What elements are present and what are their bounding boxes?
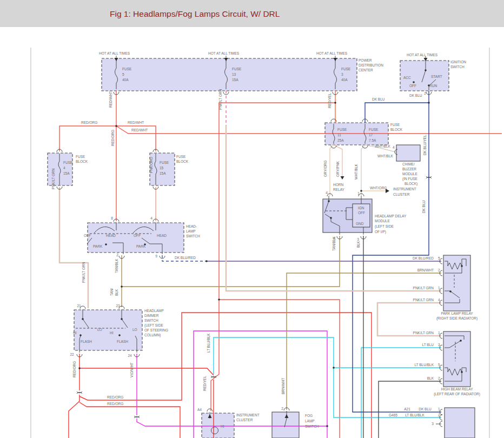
label-gry-pnk: GRY/PNK [336, 161, 340, 177]
label-tan-blk: TAN/BLK [115, 258, 118, 273]
label-distribution: DISTRIBUTION [359, 63, 383, 67]
headlamps-fog-lamps-wiring-diagram: Fig 1: Headlamps/Fog Lamps Circuit, W/ D… [0, 0, 504, 438]
pnk-ltgrn-fuse4-to-dimmer21 [59, 187, 88, 308]
junction-dot [330, 217, 332, 219]
label-switch: SWITCH [450, 65, 465, 69]
label-block: BLOCK [76, 160, 88, 163]
label-switch: SWITCH [144, 318, 158, 322]
label-block: BLOCK [176, 160, 189, 163]
label-40a: 40A [122, 78, 129, 82]
label-red-yel: RED/YEL [203, 376, 207, 391]
label-module: MODULE [375, 219, 390, 223]
direction-arrow-icon [341, 176, 344, 180]
high-beam-relay-box [443, 331, 470, 387]
label-red-yel: RED/YEL [328, 93, 331, 108]
right-bottom-connector-box [445, 408, 475, 438]
label-tan: TAN/ [110, 288, 114, 296]
label-23: 23 [116, 304, 120, 308]
label-ignition: IGNITION [450, 60, 466, 64]
label-dk-blu-red: DK BLU/RED [175, 256, 196, 260]
label-red-wht: RED/WHT [131, 128, 148, 132]
label-hi: HI [73, 331, 77, 335]
label-5: 5 [438, 363, 440, 367]
junction-dot [121, 318, 123, 320]
label-a4: A4 [197, 408, 202, 412]
label-dk-blu-yel: DK BLU/YEL [423, 135, 427, 155]
label-gry-org: GRY/ORG [323, 160, 327, 177]
junction-dot [428, 102, 430, 104]
label-pnk-lt-grn: PNK/LT GRN [413, 331, 434, 335]
label-red-wht: RED/WHT [128, 121, 144, 124]
label-2: 2 [116, 253, 118, 257]
label-vio-wht: VIO/WHT [130, 362, 134, 377]
label-left-rear-of-radiator: (LEFT REAR OF RADIATOR) [434, 392, 480, 396]
label-center: CENTER [359, 68, 373, 72]
label-pnk-lt-grn: PNK/LT GRN [413, 298, 434, 302]
label-wht-org: WHT/ORG [370, 186, 387, 190]
junction-dot [360, 190, 362, 192]
label-fog: FOG [305, 414, 313, 417]
label-chime: CHIME/ [402, 162, 415, 166]
label-lt-blu-blk: LT BLU/BLK [414, 363, 434, 367]
label-red-wht: RED/WHT [109, 91, 112, 108]
label-9: 9 [155, 254, 157, 258]
label-buzzer: BUZZER [402, 167, 416, 171]
label-dk-blu: DK BLU [419, 407, 432, 411]
label-left-side: (LEFT SIDE [144, 323, 164, 328]
label-head: HEAD [157, 234, 167, 237]
label-block: BLOCK) [404, 182, 417, 186]
label-22: 22 [70, 353, 74, 356]
label-in-fuse: (IN FUSE [402, 177, 417, 181]
junction-dot [461, 371, 463, 373]
label-3: 3 [341, 72, 343, 76]
label-13: 13 [232, 72, 236, 76]
label-blk: BLK [427, 376, 434, 380]
junction-dot [413, 81, 415, 83]
label-gnd: GND [356, 222, 364, 225]
label-1: 1 [438, 331, 440, 335]
label-start: START [431, 75, 442, 78]
junction-dot [205, 260, 208, 262]
junction-dot [105, 243, 107, 245]
junction-dot [121, 286, 123, 288]
label-hi: HI [221, 424, 224, 428]
label-1: 1 [438, 407, 440, 411]
label-ign: IGN [358, 206, 364, 210]
label-dk-blu: DK BLU [409, 94, 422, 97]
wht-blk-fuse17-down [361, 145, 365, 196]
red-org-lower-run [79, 402, 180, 438]
label-dk-blu: DK BLU [372, 97, 385, 101]
label-module: MODULE [402, 172, 417, 176]
label-2: 2 [424, 91, 426, 95]
label-fuse: FUSE [160, 161, 169, 164]
junction-dot [460, 340, 462, 342]
label-blk: BLK [115, 289, 118, 296]
label-15a: 15A [160, 171, 166, 175]
label-hi: HI [110, 331, 114, 335]
label-3: 3 [432, 422, 434, 426]
red-org-split-left [69, 395, 79, 438]
label-4: 4 [63, 166, 65, 170]
red-org-to-fuse4 [59, 126, 116, 151]
label-brn-wht: BRN/WHT [417, 268, 434, 272]
label-hot-at-all-times: HOT AT ALL TIMES [407, 53, 438, 57]
label-lamp: LAMP [186, 229, 196, 233]
label-lt-blu: LT BLU [422, 343, 434, 347]
label-11: 11 [337, 133, 341, 137]
label-instrument: INSTRUMENT [236, 413, 260, 417]
label-left-side: (LEFT SIDE [375, 224, 394, 229]
label-40a: 40A [341, 78, 348, 82]
label-lamp: LAMP [305, 419, 315, 423]
label-fuse: FUSE [232, 67, 242, 71]
label-5: 5 [122, 72, 124, 76]
label-of-steering: OF STEERING [144, 328, 168, 332]
label-3: 3 [357, 237, 359, 241]
label-right-side-radiator: (RIGHT SIDE RADIATOR) [436, 316, 478, 321]
label-4: 4 [150, 216, 152, 220]
label-lt-blu-blk: LT BLU/BLK [405, 413, 425, 417]
label-horn: HORN [333, 183, 343, 187]
label-1: 1 [357, 191, 360, 195]
label-wht-blk: WHT/BLK [377, 154, 394, 158]
junction-dot [79, 334, 82, 336]
junction-dot [449, 290, 452, 293]
